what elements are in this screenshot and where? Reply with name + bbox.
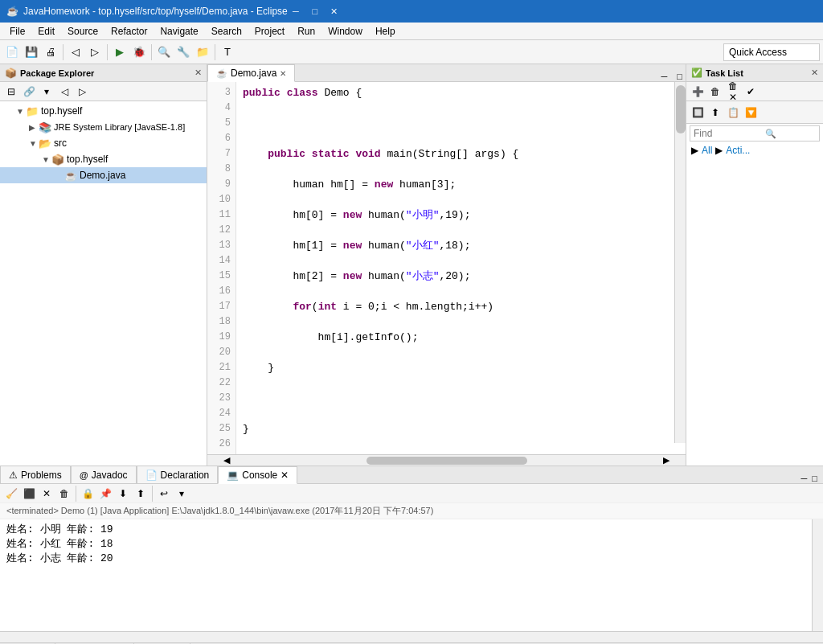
bottom-max-btn[interactable]: □ xyxy=(809,474,820,483)
problems-label: Problems xyxy=(21,470,62,481)
console-icon: 💻 xyxy=(227,470,239,481)
toolbar-sep-2 xyxy=(107,44,108,60)
console-terminate-button[interactable]: ✕ xyxy=(39,486,55,502)
console-close-icon[interactable]: ✕ xyxy=(280,470,289,481)
expand-arrow-src[interactable]: ▼ xyxy=(29,139,39,148)
save-button[interactable]: 💾 xyxy=(23,43,40,61)
task-sort-button[interactable]: 📋 xyxy=(725,105,741,121)
console-word-wrap-button[interactable]: ↩ xyxy=(156,486,172,502)
menu-run[interactable]: Run xyxy=(291,23,321,40)
acti-filter-label[interactable]: Acti... xyxy=(726,145,750,156)
console-line-2: 姓名: 小红 年龄: 18 xyxy=(6,537,805,552)
menu-project[interactable]: Project xyxy=(248,23,291,40)
menu-edit[interactable]: Edit xyxy=(31,23,61,40)
expand-arrow-jre[interactable]: ▶ xyxy=(29,123,39,132)
organize-button[interactable]: 📁 xyxy=(194,43,211,61)
menu-navigate[interactable]: Navigate xyxy=(154,23,204,40)
console-vertical-scrollbar[interactable] xyxy=(812,519,823,631)
filter-arrow-1: ▶ xyxy=(691,145,698,156)
code-editor[interactable]: public class Demo { public static void m… xyxy=(236,82,673,454)
maximize-button[interactable]: □ xyxy=(307,3,323,19)
console-options-button[interactable]: ▾ xyxy=(174,486,190,502)
tab-close-icon[interactable]: ✕ xyxy=(280,69,286,78)
expand-arrow-pkg[interactable]: ▼ xyxy=(42,155,51,164)
refactor-button[interactable]: 🔧 xyxy=(174,43,192,61)
task-find-input[interactable] xyxy=(690,126,763,141)
menu-help[interactable]: Help xyxy=(369,23,402,40)
console-pin-button[interactable]: 📌 xyxy=(97,486,113,502)
run-button[interactable]: ▶ xyxy=(111,43,129,61)
task-list-close[interactable]: ✕ xyxy=(811,68,818,78)
menu-window[interactable]: Window xyxy=(321,23,369,40)
editor-vertical-scrollbar[interactable] xyxy=(674,82,686,443)
tab-javadoc[interactable]: @ Javadoc xyxy=(71,466,137,483)
menu-file[interactable]: File xyxy=(3,23,31,40)
console-prev-button[interactable]: ⬆ xyxy=(133,486,149,502)
back-nav-button[interactable]: ◁ xyxy=(56,84,72,100)
close-button[interactable]: ✕ xyxy=(326,3,342,19)
tree-item-demo-java[interactable]: ▶ ☕ Demo.java xyxy=(0,167,207,183)
menu-refactor[interactable]: Refactor xyxy=(104,23,154,40)
tab-console[interactable]: 💻 Console ✕ xyxy=(218,466,297,484)
code-area[interactable]: 3456789 10111213141516 17181920212223 24… xyxy=(207,82,686,454)
scroll-left-arrow[interactable]: ◀ xyxy=(223,455,230,466)
console-info-text: <terminated> Demo (1) [Java Application]… xyxy=(6,506,433,515)
console-clear-button[interactable]: 🧹 xyxy=(3,486,19,502)
src-label: src xyxy=(54,137,67,149)
task-new-button[interactable]: ➕ xyxy=(690,84,706,100)
task-find-box[interactable]: 🔍 xyxy=(690,125,820,142)
task-mark-button[interactable]: ✔ xyxy=(743,84,759,100)
editor-scroll-thumb[interactable] xyxy=(676,85,686,133)
editor-horizontal-scrollbar[interactable]: ◀ ▶ xyxy=(207,454,686,466)
menu-search[interactable]: Search xyxy=(205,23,248,40)
task-delete-button[interactable]: 🗑 xyxy=(707,84,723,100)
view-menu-button[interactable]: ▾ xyxy=(39,84,55,100)
console-scroll-lock-button[interactable]: 🔒 xyxy=(80,486,96,502)
back-button[interactable]: ◁ xyxy=(67,43,84,61)
print-button[interactable]: 🖨 xyxy=(42,43,59,61)
forward-button[interactable]: ▷ xyxy=(86,43,104,61)
task-priority-button[interactable]: ⬆ xyxy=(707,105,723,121)
tree-item-package[interactable]: ▼ 📦 top.hyself xyxy=(0,151,207,167)
console-sep-2 xyxy=(152,486,153,502)
scroll-right-arrow[interactable]: ▶ xyxy=(663,455,669,466)
editor-minimize-btn[interactable]: ─ xyxy=(658,72,671,81)
toolbar-sep-3 xyxy=(151,44,152,60)
debug-button[interactable]: 🐞 xyxy=(130,43,148,61)
task-filter-button[interactable]: 🔽 xyxy=(743,105,759,121)
forward-nav-button[interactable]: ▷ xyxy=(74,84,90,100)
package-explorer-toolbar: ⊟ 🔗 ▾ ◁ ▷ xyxy=(0,82,207,101)
console-stop-button[interactable]: ⬛ xyxy=(21,486,37,502)
console-next-button[interactable]: ⬇ xyxy=(115,486,131,502)
bottom-min-btn[interactable]: ─ xyxy=(799,474,810,483)
package-explorer: 📦 Package Explorer ✕ ⊟ 🔗 ▾ ◁ ▷ ▼ 📁 top.h… xyxy=(0,64,207,466)
console-horizontal-scrollbar[interactable] xyxy=(0,631,823,642)
editor-hscroll-thumb[interactable] xyxy=(366,457,527,465)
task-filters: ▶ All ▶ Acti... xyxy=(686,143,823,158)
collapse-all-button[interactable]: ⊟ xyxy=(3,84,19,100)
new-button[interactable]: 📄 xyxy=(3,43,21,61)
package-explorer-close[interactable]: ✕ xyxy=(194,68,202,78)
task-find-search-icon[interactable]: 🔍 xyxy=(763,129,779,139)
tree-item-top-hyself[interactable]: ▼ 📁 top.hyself xyxy=(0,103,207,119)
editor-maximize-btn[interactable]: □ xyxy=(674,72,686,81)
tab-declaration[interactable]: 📄 Declaration xyxy=(137,466,219,483)
search-button[interactable]: 🔍 xyxy=(155,43,173,61)
tree-item-src[interactable]: ▼ 📂 src xyxy=(0,135,207,151)
minimize-button[interactable]: ─ xyxy=(288,3,304,19)
tree-item-jre[interactable]: ▶ 📚 JRE System Library [JavaSE-1.8] xyxy=(0,119,207,135)
task-list-title: Task List xyxy=(706,68,808,78)
open-type-button[interactable]: T xyxy=(219,43,236,61)
tab-problems[interactable]: ⚠ Problems xyxy=(0,466,71,483)
quick-access-box[interactable]: Quick Access xyxy=(723,43,820,61)
all-filter-label[interactable]: All xyxy=(702,145,712,156)
editor-tab-demo[interactable]: ☕ Demo.java ✕ xyxy=(207,64,295,82)
task-list-toolbar: ➕ 🗑 🗑✕ ✔ xyxy=(686,82,823,101)
problems-icon: ⚠ xyxy=(9,470,18,481)
link-editor-button[interactable]: 🔗 xyxy=(21,84,37,100)
task-view-button[interactable]: 🔲 xyxy=(690,105,706,121)
task-delete-all-button[interactable]: 🗑✕ xyxy=(725,84,741,100)
console-remove-button[interactable]: 🗑 xyxy=(56,486,72,502)
menu-source[interactable]: Source xyxy=(61,23,104,40)
expand-arrow[interactable]: ▼ xyxy=(16,107,26,116)
